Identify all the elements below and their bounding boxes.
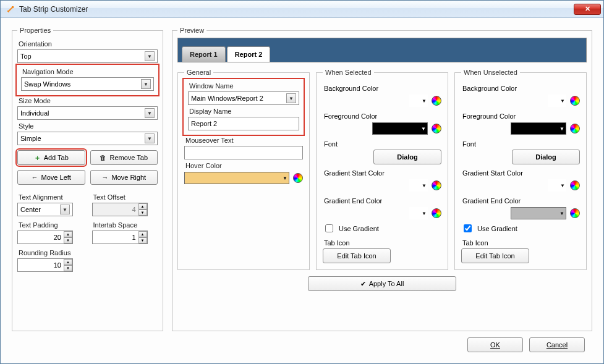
spin-down-icon[interactable]: ▼ bbox=[138, 237, 147, 243]
orientation-label: Orientation bbox=[19, 40, 158, 48]
text-offset-spinner[interactable]: 4 ▲▼ bbox=[92, 203, 148, 216]
intertab-value: 1 bbox=[93, 234, 138, 241]
apply-to-all-button[interactable]: ✔ Apply To All bbox=[308, 276, 456, 291]
color-picker-icon[interactable] bbox=[432, 124, 441, 133]
mouseover-label: Mouseover Text bbox=[185, 137, 303, 144]
sel-gstart-swatch[interactable]: ▼ bbox=[409, 179, 428, 192]
move-left-label: Move Left bbox=[41, 174, 71, 181]
unsel-fg-swatch[interactable]: ▼ bbox=[511, 122, 566, 135]
rounding-spinner[interactable]: 10 ▲▼ bbox=[17, 258, 73, 272]
text-offset-value: 4 bbox=[93, 206, 138, 213]
spin-up-icon[interactable]: ▲ bbox=[138, 231, 147, 237]
intertab-label: Intertab Space bbox=[93, 221, 158, 229]
remove-tab-button[interactable]: 🗑 Remove Tab bbox=[90, 150, 158, 165]
arrow-right-icon: → bbox=[101, 174, 108, 181]
app-icon bbox=[6, 4, 15, 14]
text-padding-value: 20 bbox=[18, 234, 64, 241]
general-group: General Window Name Main Windows/Report … bbox=[177, 69, 310, 270]
chevron-down-icon: ▼ bbox=[286, 93, 296, 103]
color-picker-icon[interactable] bbox=[293, 173, 303, 183]
general-legend: General bbox=[184, 69, 213, 76]
sel-bg-label: Background Color bbox=[324, 85, 441, 92]
close-button[interactable]: ✕ bbox=[574, 4, 601, 15]
unsel-use-gradient-checkbox[interactable] bbox=[464, 224, 472, 232]
display-name-label: Display Name bbox=[189, 108, 299, 115]
spin-up-icon[interactable]: ▲ bbox=[64, 259, 72, 265]
trash-icon: 🗑 bbox=[100, 154, 106, 161]
sizemode-select[interactable]: Individual ▼ bbox=[17, 106, 158, 120]
spin-down-icon[interactable]: ▼ bbox=[64, 237, 72, 243]
cancel-button[interactable]: Cancel bbox=[529, 337, 585, 352]
sel-tabicon-label: Tab Icon bbox=[324, 239, 441, 247]
hover-color-label: Hover Color bbox=[185, 162, 303, 169]
style-label: Style bbox=[19, 122, 158, 130]
navmode-select[interactable]: Swap Windows ▼ bbox=[21, 77, 154, 91]
sel-gend-swatch[interactable]: ▼ bbox=[409, 207, 428, 219]
text-alignment-label: Text Alignment bbox=[19, 193, 83, 201]
ok-button[interactable]: OK bbox=[467, 337, 523, 352]
sel-use-gradient-checkbox[interactable] bbox=[325, 224, 333, 232]
unsel-font-label: Font bbox=[462, 140, 580, 148]
unselected-group: When Unselected Background Color ▼ Foreg… bbox=[454, 69, 587, 270]
window-name-value: Main Windows/Report 2 bbox=[191, 95, 263, 102]
unsel-bg-swatch[interactable]: ▼ bbox=[548, 95, 566, 107]
properties-legend: Properties bbox=[17, 27, 53, 34]
unsel-tabicon-button[interactable]: Edit Tab Icon bbox=[461, 248, 529, 263]
selected-legend: When Selected bbox=[323, 69, 374, 76]
arrow-left-icon: ← bbox=[32, 174, 38, 181]
preview-group: Preview Report 1 Report 2 General Window… bbox=[172, 27, 592, 331]
sizemode-label: Size Mode bbox=[19, 97, 158, 104]
color-picker-icon[interactable] bbox=[570, 96, 580, 106]
selected-group: When Selected Background Color ▼ Foregro… bbox=[316, 69, 448, 270]
chevron-down-icon: ▼ bbox=[145, 133, 155, 143]
move-left-button[interactable]: ← Move Left bbox=[17, 170, 85, 185]
sizemode-value: Individual bbox=[20, 109, 49, 117]
rounding-value: 10 bbox=[18, 261, 64, 269]
sel-font-button[interactable]: Dialog bbox=[373, 150, 441, 164]
unsel-gstart-swatch[interactable]: ▼ bbox=[548, 179, 566, 192]
chevron-down-icon: ▼ bbox=[145, 108, 155, 118]
unsel-gend-label: Gradient End Color bbox=[462, 197, 580, 205]
unsel-font-button[interactable]: Dialog bbox=[512, 150, 580, 164]
chevron-down-icon: ▼ bbox=[145, 51, 155, 61]
color-picker-icon[interactable] bbox=[570, 124, 580, 133]
move-right-label: Move Right bbox=[111, 174, 146, 181]
intertab-spinner[interactable]: 1 ▲▼ bbox=[92, 231, 148, 244]
unsel-gend-swatch[interactable]: ▼ bbox=[511, 207, 566, 219]
remove-tab-label: Remove Tab bbox=[109, 154, 148, 161]
move-right-button[interactable]: → Move Right bbox=[90, 170, 158, 185]
sel-fg-swatch[interactable]: ▼ bbox=[372, 122, 428, 135]
add-tab-button[interactable]: ＋ Add Tab bbox=[17, 150, 85, 165]
color-picker-icon[interactable] bbox=[570, 180, 580, 190]
sel-tabicon-button[interactable]: Edit Tab Icon bbox=[323, 248, 391, 263]
sel-bg-swatch[interactable]: ▼ bbox=[409, 95, 428, 107]
unsel-tabicon-label: Tab Icon bbox=[462, 239, 580, 247]
preview-tabstrip: Report 1 Report 2 bbox=[177, 38, 587, 62]
color-picker-icon[interactable] bbox=[432, 180, 441, 190]
chevron-down-icon: ▼ bbox=[141, 79, 151, 89]
add-tab-label: Add Tab bbox=[44, 154, 69, 161]
preview-tab-report2[interactable]: Report 2 bbox=[227, 46, 271, 62]
sel-gstart-label: Gradient Start Color bbox=[324, 169, 441, 177]
text-padding-spinner[interactable]: 20 ▲▼ bbox=[17, 231, 73, 244]
display-name-input[interactable] bbox=[188, 117, 299, 130]
orientation-select[interactable]: Top ▼ bbox=[17, 49, 158, 63]
titlebar: Tab Strip Customizer ✕ bbox=[1, 1, 603, 18]
hover-color-swatch[interactable]: ▼ bbox=[184, 172, 289, 184]
unselected-legend: When Unselected bbox=[461, 69, 520, 76]
spin-up-icon[interactable]: ▲ bbox=[64, 231, 72, 237]
apply-to-all-label: Apply To All bbox=[369, 280, 404, 287]
style-select[interactable]: Simple ▼ bbox=[17, 132, 158, 145]
preview-tab-report1[interactable]: Report 1 bbox=[182, 46, 226, 62]
spin-down-icon[interactable]: ▼ bbox=[138, 210, 147, 216]
navmode-label: Navigation Mode bbox=[22, 68, 154, 75]
spin-up-icon[interactable]: ▲ bbox=[138, 203, 147, 210]
preview-legend: Preview bbox=[177, 27, 206, 34]
window-name-select[interactable]: Main Windows/Report 2 ▼ bbox=[188, 91, 299, 105]
spin-down-icon[interactable]: ▼ bbox=[64, 265, 72, 271]
color-picker-icon[interactable] bbox=[570, 208, 580, 218]
mouseover-input[interactable] bbox=[184, 146, 303, 159]
color-picker-icon[interactable] bbox=[432, 96, 441, 106]
color-picker-icon[interactable] bbox=[432, 208, 441, 218]
text-alignment-select[interactable]: Center ▼ bbox=[17, 203, 73, 216]
